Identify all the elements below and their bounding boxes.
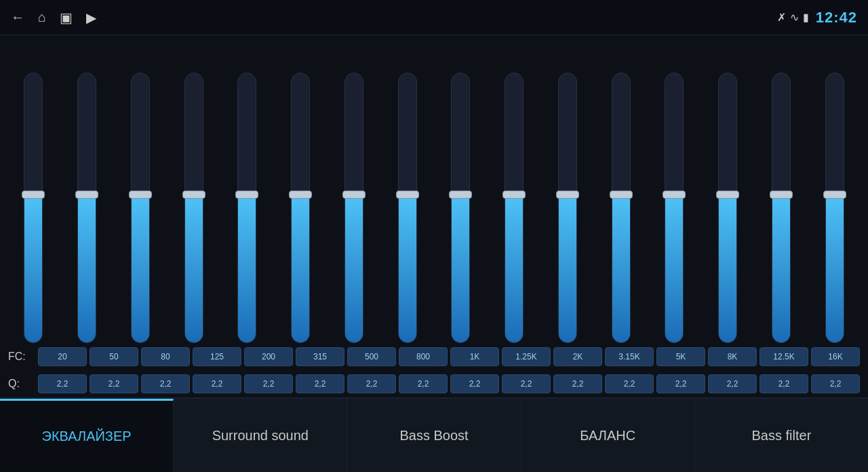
slider-fill-125: [185, 195, 203, 342]
slider-handle-500[interactable]: [342, 191, 366, 199]
status-right: ✗ ∿ ▮ 12:42: [777, 9, 857, 26]
slider-track-315[interactable]: [291, 73, 310, 343]
q-btn-20[interactable]: 2,2: [38, 374, 87, 393]
q-label: Q:: [8, 378, 35, 390]
status-bar: ← ⌂ ▣ ▶ ✗ ∿ ▮ 12:42: [0, 0, 868, 35]
slider-handle-12.5K[interactable]: [770, 191, 793, 199]
slider-col-20: [8, 73, 59, 343]
q-btn-3.15K[interactable]: 2,2: [605, 374, 654, 393]
slider-fill-20: [24, 195, 42, 342]
q-btn-800[interactable]: 2,2: [399, 374, 448, 393]
q-btn-125[interactable]: 2,2: [193, 374, 241, 393]
slider-track-2K[interactable]: [558, 73, 577, 343]
q-btn-1K[interactable]: 2,2: [450, 374, 499, 393]
tab-bar: ЭКВАЛАЙЗЕРSurround soundBass BoostБАЛАНС…: [0, 397, 868, 472]
tab-balance[interactable]: БАЛАНС: [521, 399, 695, 472]
q-btn-80[interactable]: 2,2: [141, 374, 190, 393]
play-icon[interactable]: ▶: [86, 9, 96, 26]
slider-track-1K[interactable]: [451, 73, 470, 343]
fc-btn-2K[interactable]: 2K: [553, 347, 602, 366]
slider-track-200[interactable]: [237, 73, 256, 343]
slider-fill-500: [345, 195, 363, 342]
q-btn-5K[interactable]: 2,2: [656, 374, 705, 393]
fc-btn-80[interactable]: 80: [141, 347, 190, 366]
slider-track-5K[interactable]: [665, 73, 684, 343]
slider-fill-200: [238, 195, 256, 342]
slider-col-50: [62, 73, 113, 343]
slider-handle-800[interactable]: [396, 191, 419, 199]
slider-fill-50: [78, 195, 96, 342]
fc-btn-1K[interactable]: 1K: [450, 347, 499, 366]
back-icon[interactable]: ←: [11, 9, 24, 25]
slider-handle-3.15K[interactable]: [610, 191, 633, 199]
slider-fill-800: [399, 195, 416, 342]
tab-filter[interactable]: Bass filter: [695, 399, 868, 472]
slider-track-8K[interactable]: [718, 73, 737, 343]
slider-handle-125[interactable]: [182, 191, 205, 199]
fc-btn-5K[interactable]: 5K: [656, 347, 705, 366]
slider-track-125[interactable]: [184, 73, 203, 343]
slider-track-20[interactable]: [24, 73, 43, 343]
q-row: Q: 2,22,22,22,22,22,22,22,22,22,22,22,22…: [0, 370, 868, 397]
slider-track-3.15K[interactable]: [612, 73, 631, 343]
q-btn-315[interactable]: 2,2: [296, 374, 344, 393]
q-btn-500[interactable]: 2,2: [347, 374, 396, 393]
fc-btn-800[interactable]: 800: [399, 347, 448, 366]
fc-btn-200[interactable]: 200: [244, 347, 293, 366]
fc-btn-8K[interactable]: 8K: [708, 347, 757, 366]
slider-track-800[interactable]: [398, 73, 417, 343]
slider-handle-315[interactable]: [289, 191, 312, 199]
q-btn-16K[interactable]: 2,2: [811, 374, 860, 393]
tab-eq[interactable]: ЭКВАЛАЙЗЕР: [0, 399, 174, 472]
q-btn-1.25K[interactable]: 2,2: [502, 374, 551, 393]
slider-track-1.25K[interactable]: [505, 73, 524, 343]
slider-handle-8K[interactable]: [716, 191, 739, 199]
q-btn-200[interactable]: 2,2: [244, 374, 293, 393]
q-btn-2K[interactable]: 2,2: [553, 374, 602, 393]
tab-bass[interactable]: Bass Boost: [347, 399, 521, 472]
slider-fill-80: [132, 195, 149, 342]
slider-col-12.5K: [756, 73, 807, 343]
fc-label: FC:: [8, 351, 35, 363]
slider-col-8K: [703, 73, 753, 343]
fc-btn-16K[interactable]: 16K: [811, 347, 860, 366]
slider-col-1.25K: [489, 73, 540, 343]
clock: 12:42: [816, 9, 857, 26]
slider-handle-2K[interactable]: [556, 191, 579, 199]
fc-btn-20[interactable]: 20: [38, 347, 87, 366]
slider-handle-5K[interactable]: [663, 191, 686, 199]
slider-fill-5K: [665, 195, 683, 342]
tab-surround[interactable]: Surround sound: [174, 399, 347, 472]
q-btn-50[interactable]: 2,2: [90, 374, 138, 393]
slider-handle-1K[interactable]: [449, 191, 472, 199]
window-icon[interactable]: ▣: [60, 9, 73, 26]
fc-btn-12.5K[interactable]: 12.5K: [760, 347, 808, 366]
slider-fill-16K: [826, 195, 844, 342]
slider-track-500[interactable]: [344, 73, 363, 343]
slider-handle-200[interactable]: [235, 191, 258, 199]
slider-track-12.5K[interactable]: [772, 73, 791, 343]
fc-btn-50[interactable]: 50: [90, 347, 138, 366]
home-icon[interactable]: ⌂: [38, 9, 46, 25]
slider-col-200: [222, 73, 273, 343]
fc-btn-125[interactable]: 125: [193, 347, 241, 366]
fc-btn-3.15K[interactable]: 3.15K: [605, 347, 654, 366]
slider-handle-1.25K[interactable]: [502, 191, 526, 199]
slider-track-80[interactable]: [131, 73, 150, 343]
fc-btn-315[interactable]: 315: [296, 347, 344, 366]
slider-fill-8K: [719, 195, 736, 342]
status-icons: ✗ ∿ ▮: [777, 11, 809, 24]
slider-handle-50[interactable]: [75, 191, 98, 199]
q-btn-12.5K[interactable]: 2,2: [760, 374, 808, 393]
slider-fill-12.5K: [772, 195, 790, 342]
slider-handle-16K[interactable]: [823, 191, 846, 199]
slider-handle-80[interactable]: [129, 191, 152, 199]
slider-track-50[interactable]: [77, 73, 96, 343]
q-btn-8K[interactable]: 2,2: [708, 374, 757, 393]
slider-handle-20[interactable]: [22, 191, 45, 199]
fc-btn-1.25K[interactable]: 1.25K: [502, 347, 551, 366]
slider-col-5K: [649, 73, 700, 343]
eq-area: FC: 2050801252003155008001K1.25K2K3.15K5…: [0, 35, 868, 397]
slider-track-16K[interactable]: [825, 73, 844, 343]
fc-btn-500[interactable]: 500: [347, 347, 396, 366]
